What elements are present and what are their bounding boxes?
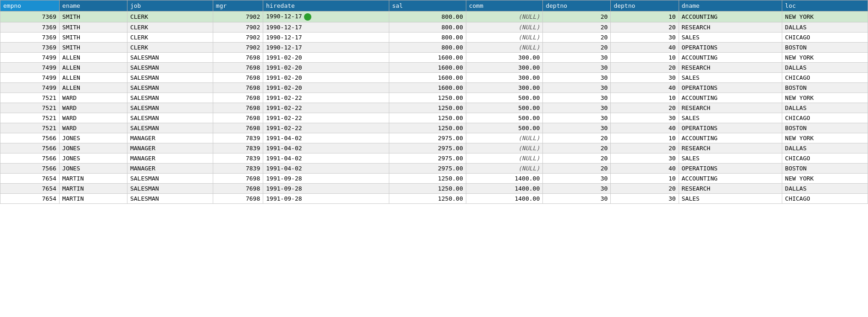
table-row[interactable]: 7499ALLENSALESMAN76981991-02-201600.0030… [0,52,868,62]
column-header-comm[interactable]: comm [466,0,543,11]
cell-empno: 7521 [0,103,60,113]
cell-sal: 2975.00 [389,133,466,143]
cell-loc: CHICAGO [782,32,868,42]
cell-deptno: 30 [543,52,611,62]
cell-deptno: 30 [543,173,611,183]
cell-empno: 7566 [0,133,60,143]
table-row[interactable]: 7499ALLENSALESMAN76981991-02-201600.0030… [0,82,868,93]
cell-sal: 1250.00 [389,183,466,193]
cell-comm: (NULL) [466,143,543,153]
column-header-empno[interactable]: empno [0,0,60,11]
table-row[interactable]: 7521WARDSALESMAN76981991-02-221250.00500… [0,113,868,123]
column-header-dname[interactable]: dname [679,0,782,11]
cell-comm: 300.00 [466,62,543,72]
table-row[interactable]: 7566JONESMANAGER78391991-04-022975.00(NU… [0,133,868,143]
table-row[interactable]: 7369SMITHCLERK79021990-12-17800.00(NULL)… [0,42,868,52]
cell-comm: 500.00 [466,123,543,133]
cell-sal: 1250.00 [389,173,466,183]
cell-deptno2: 10 [611,52,679,62]
cell-loc: NEW YORK [782,173,868,183]
cell-empno: 7369 [0,42,60,52]
cell-mgr: 7839 [213,163,263,173]
cell-hiredate: 1991-04-02 [263,133,389,143]
cell-loc: DALLAS [782,183,868,193]
cell-dname: ACCOUNTING [679,52,782,62]
cell-deptno: 30 [543,123,611,133]
cell-dname: OPERATIONS [679,42,782,52]
cell-mgr: 7839 [213,133,263,143]
cell-ename: WARD [59,123,127,133]
column-header-mgr[interactable]: mgr [213,0,263,11]
column-header-hiredate[interactable]: hiredate [263,0,389,11]
cell-job: MANAGER [127,133,213,143]
column-header-job[interactable]: job [127,0,213,11]
cell-dname: OPERATIONS [679,82,782,93]
cell-loc: BOSTON [782,82,868,93]
column-header-deptno[interactable]: deptno [543,0,611,11]
cell-ename: ALLEN [59,82,127,93]
table-row[interactable]: 7369SMITHCLERK79021990-12-17800.00(NULL)… [0,11,868,22]
cell-sal: 800.00 [389,42,466,52]
cell-deptno: 20 [543,11,611,22]
cell-ename: MARTIN [59,173,127,183]
table-row[interactable]: 7499ALLENSALESMAN76981991-02-201600.0030… [0,72,868,82]
cell-deptno: 30 [543,62,611,72]
cell-ename: JONES [59,133,127,143]
cell-mgr: 7698 [213,123,263,133]
table-row[interactable]: 7566JONESMANAGER78391991-04-022975.00(NU… [0,143,868,153]
header-row: empnoenamejobmgrhiredatesalcommdeptnodep… [0,0,868,11]
cell-deptno2: 20 [611,103,679,113]
table-row[interactable]: 7369SMITHCLERK79021990-12-17800.00(NULL)… [0,32,868,42]
cell-deptno2: 30 [611,72,679,82]
table-row[interactable]: 7654MARTINSALESMAN76981991-09-281250.001… [0,173,868,183]
column-header-deptno2[interactable]: deptno [611,0,679,11]
cell-comm: (NULL) [466,32,543,42]
cell-dname: SALES [679,32,782,42]
table-row[interactable]: 7654MARTINSALESMAN76981991-09-281250.001… [0,193,868,203]
cell-hiredate: 1991-09-28 [263,183,389,193]
table-row[interactable]: 7369SMITHCLERK79021990-12-17800.00(NULL)… [0,22,868,32]
cell-hiredate: 1990-12-17 [263,22,389,32]
cell-empno: 7654 [0,183,60,193]
cell-ename: WARD [59,113,127,123]
cell-deptno2: 10 [611,11,679,22]
cell-mgr: 7698 [213,93,263,103]
column-header-ename[interactable]: ename [59,0,127,11]
column-header-loc[interactable]: loc [782,0,868,11]
cell-ename: ALLEN [59,62,127,72]
cell-deptno: 30 [543,82,611,93]
table-row[interactable]: 7566JONESMANAGER78391991-04-022975.00(NU… [0,153,868,163]
cell-dname: RESEARCH [679,62,782,72]
cell-loc: CHICAGO [782,153,868,163]
data-table: empnoenamejobmgrhiredatesalcommdeptnodep… [0,0,868,204]
cell-deptno2: 30 [611,113,679,123]
cell-mgr: 7902 [213,22,263,32]
cell-comm: (NULL) [466,42,543,52]
table-row[interactable]: 7521WARDSALESMAN76981991-02-221250.00500… [0,103,868,113]
column-header-sal[interactable]: sal [389,0,466,11]
cell-empno: 7369 [0,11,60,22]
cell-ename: WARD [59,93,127,103]
cell-dname: ACCOUNTING [679,133,782,143]
cell-dname: ACCOUNTING [679,11,782,22]
cell-job: CLERK [127,42,213,52]
cell-loc: BOSTON [782,42,868,52]
cell-comm: 300.00 [466,52,543,62]
cell-deptno2: 20 [611,183,679,193]
table-row[interactable]: 7654MARTINSALESMAN76981991-09-281250.001… [0,183,868,193]
cell-mgr: 7698 [213,72,263,82]
cell-deptno2: 20 [611,62,679,72]
table-row[interactable]: 7521WARDSALESMAN76981991-02-221250.00500… [0,93,868,103]
cell-sal: 1600.00 [389,82,466,93]
cell-job: MANAGER [127,163,213,173]
cell-job: SALESMAN [127,82,213,93]
cell-hiredate: 1991-02-22 [263,103,389,113]
cell-deptno: 30 [543,93,611,103]
cell-deptno: 20 [543,32,611,42]
cell-empno: 7499 [0,72,60,82]
cell-empno: 7499 [0,82,60,93]
table-row[interactable]: 7521WARDSALESMAN76981991-02-221250.00500… [0,123,868,133]
table-row[interactable]: 7499ALLENSALESMAN76981991-02-201600.0030… [0,62,868,72]
cell-comm: (NULL) [466,22,543,32]
table-row[interactable]: 7566JONESMANAGER78391991-04-022975.00(NU… [0,163,868,173]
